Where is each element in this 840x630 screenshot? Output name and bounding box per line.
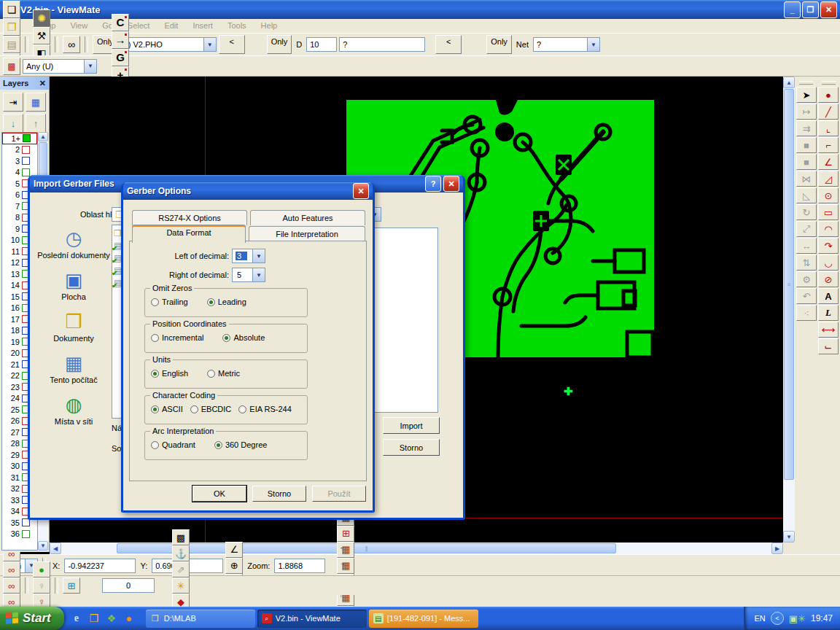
scroll-left-icon[interactable]: ◀: [50, 542, 61, 554]
scroll-down-icon[interactable]: ▼: [783, 531, 795, 542]
tab-file-interpretation[interactable]: File Interpretation: [249, 226, 365, 242]
place-my-computer-icon[interactable]: ▦Tento počítač: [37, 352, 110, 384]
layer-row-1+[interactable]: 1+: [2, 133, 37, 144]
layer-row-36[interactable]: 36: [2, 529, 37, 540]
scroll-down-icon[interactable]: ▼: [38, 541, 48, 551]
select-g-button[interactable]: G: [112, 49, 129, 66]
draw-curve-icon[interactable]: ◠: [818, 221, 839, 237]
icq-flower-icon[interactable]: ✳: [798, 613, 806, 624]
close-button[interactable]: ✕: [353, 183, 369, 199]
traffic-light-icon[interactable]: ●: [33, 561, 50, 578]
move-to-icon[interactable]: ↦: [796, 104, 817, 120]
cancel-button[interactable]: Storno: [383, 439, 440, 456]
chevron-down-icon[interactable]: ▼: [84, 60, 96, 73]
right-of-decimal-combo[interactable]: 5 ▼: [232, 268, 265, 282]
close-button[interactable]: ✕: [443, 176, 459, 192]
draw-rect-icon[interactable]: ▭: [818, 204, 839, 220]
grid-step-field[interactable]: 0: [102, 578, 155, 593]
menu-item-select[interactable]: Select: [128, 21, 150, 31]
chevron-down-icon[interactable]: ▼: [252, 268, 265, 281]
scroll-up-icon[interactable]: ▲: [783, 77, 795, 88]
mirror-icon[interactable]: ⋈: [796, 171, 817, 187]
net-select-combo[interactable]: ?▼: [533, 37, 600, 52]
layer-color-swatch[interactable]: [22, 146, 30, 154]
grid-b-icon[interactable]: ⊞: [337, 526, 354, 542]
angle-icon[interactable]: ∠: [225, 542, 243, 558]
draw-circle-icon[interactable]: ⊙: [818, 187, 839, 203]
table-window-icon[interactable]: ⊞: [63, 578, 80, 594]
rotate-icon[interactable]: ↻: [796, 204, 817, 220]
radio-360-degree[interactable]: 360 Degree: [214, 440, 268, 449]
square-tool2-icon[interactable]: ■: [796, 154, 817, 170]
horizontal-scroll-thumb[interactable]: ∥: [117, 543, 616, 553]
layers-panel-titlebar[interactable]: Layers ✕: [0, 77, 49, 90]
radio-eia-rs-244[interactable]: EIA RS-244: [238, 405, 291, 413]
taskbar-task-d-mlab[interactable]: ❒D:\MLAB: [146, 610, 255, 628]
layer-down-icon[interactable]: ↓: [3, 114, 23, 133]
prev-dcode-button[interactable]: <: [219, 35, 245, 54]
radio-english[interactable]: English: [151, 369, 188, 378]
radio-incremental[interactable]: Incremental: [151, 333, 203, 342]
restore-button[interactable]: ❐: [802, 1, 819, 18]
view-planes-glasses-icon[interactable]: ∞: [3, 578, 20, 594]
aperture-star-icon[interactable]: ✺: [33, 9, 50, 27]
flash-star-icon[interactable]: ✳: [172, 578, 190, 594]
select-pointer-icon[interactable]: ➤: [796, 87, 817, 103]
select-c-button[interactable]: C: [112, 14, 129, 31]
draw-arc2-icon[interactable]: ↷: [818, 238, 839, 254]
start-button[interactable]: Start: [0, 607, 64, 630]
layer-row-3[interactable]: 3: [2, 155, 37, 167]
menu-item-insert[interactable]: Insert: [192, 21, 213, 31]
menu-item-help[interactable]: Help: [261, 21, 278, 31]
collapse-tray-icon[interactable]: <: [771, 612, 784, 625]
place-documents-folder-icon[interactable]: ❒Dokumenty: [37, 311, 110, 343]
draw-corner-icon[interactable]: ⌙: [818, 338, 839, 354]
radio-ebcdic[interactable]: EBCDIC: [190, 405, 232, 413]
dcode-input[interactable]: 10: [306, 37, 337, 52]
radio-ascii[interactable]: ASCII: [151, 405, 183, 413]
ie-icon[interactable]: e: [70, 612, 83, 625]
help-book-icon[interactable]: ❖: [105, 612, 118, 625]
open-file-icon[interactable]: ❒: [3, 18, 20, 36]
nudge-icon[interactable]: ⇅: [796, 254, 817, 271]
left-of-decimal-combo[interactable]: 3 ▼: [232, 249, 265, 263]
tray-notes-icon[interactable]: ▣: [789, 613, 798, 624]
layer-select-combo[interactable]: 1) V2.PHO▼: [120, 37, 217, 52]
vertical-scrollbar[interactable]: ▲ ≡ ▼: [783, 77, 795, 542]
chevron-down-icon[interactable]: ▼: [252, 249, 265, 262]
place-network-places-icon[interactable]: ◍Místa v síti: [37, 394, 110, 426]
scroll-up-icon[interactable]: ▲: [38, 132, 48, 141]
zoom-field[interactable]: 1.8868: [274, 559, 325, 573]
horizontal-scrollbar[interactable]: ◀ ∥ ▶: [50, 542, 783, 554]
close-button[interactable]: ✕: [820, 1, 837, 18]
layer-table-icon[interactable]: ▦: [26, 93, 46, 112]
radio-metric[interactable]: Metric: [207, 369, 240, 378]
close-icon[interactable]: ✕: [39, 79, 46, 88]
group-dots-icon[interactable]: ⁖: [796, 305, 817, 321]
pan-right-icon[interactable]: ▦→: [337, 558, 354, 574]
layer-up-icon[interactable]: ↑: [26, 114, 46, 133]
tools-icon[interactable]: ⚒: [33, 27, 50, 44]
chevron-down-icon[interactable]: ▼: [587, 38, 599, 51]
radio-quadrant[interactable]: Quadrant: [151, 440, 195, 449]
taskbar-task--191-482-091-mess-[interactable]: ▤[191-482-091] - Mess...: [369, 610, 478, 628]
draw-text-icon[interactable]: A: [818, 288, 839, 304]
radio-absolute[interactable]: Absolute: [222, 333, 265, 342]
draw-ellipse-icon[interactable]: ⊘: [818, 271, 839, 287]
import-button[interactable]: Import: [383, 417, 440, 434]
menu-item-edit[interactable]: Edit: [164, 21, 178, 31]
tab-auto-features[interactable]: Auto Features: [250, 210, 365, 225]
firefox-icon[interactable]: ●: [122, 612, 136, 625]
scale-icon[interactable]: ⤢: [796, 221, 817, 237]
only-dcode-button[interactable]: Only: [267, 35, 292, 54]
minimize-button[interactable]: _: [784, 1, 801, 18]
measure-glasses-icon[interactable]: ∞: [63, 36, 80, 53]
undo-arc-icon[interactable]: ↶: [796, 288, 817, 304]
language-indicator[interactable]: EN: [754, 614, 765, 623]
menu-item-view[interactable]: View: [70, 21, 88, 31]
anchor-icon[interactable]: ⚓: [172, 545, 190, 561]
layer-color-swatch[interactable]: [22, 157, 30, 165]
save-icon[interactable]: ▤: [3, 36, 20, 53]
draw-polyline-icon[interactable]: ⌞: [818, 120, 839, 136]
measure-arrow-icon[interactable]: ⇗: [172, 561, 190, 578]
